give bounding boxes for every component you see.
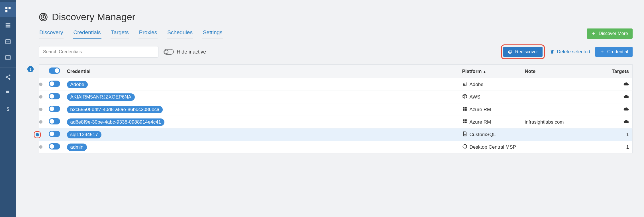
note-cell xyxy=(521,128,607,141)
sidebar-item-table[interactable] xyxy=(0,18,16,33)
tab-proxies[interactable]: Proxies xyxy=(138,28,158,39)
rediscover-button[interactable]: Rediscover xyxy=(503,47,543,57)
cloud-icon xyxy=(623,82,629,87)
row-enable-toggle[interactable] xyxy=(49,131,60,137)
plus-icon xyxy=(600,50,604,54)
svg-point-17 xyxy=(42,16,44,18)
credential-pill[interactable]: b2c5550f-d4f7-40d8-a8ae-86bdc2086bca xyxy=(67,106,163,113)
new-credential-button[interactable]: Credential xyxy=(595,47,633,57)
col-note[interactable]: Note xyxy=(521,65,607,78)
tab-settings[interactable]: Settings xyxy=(202,28,223,39)
targets-cell: 1 xyxy=(607,141,633,153)
note-cell xyxy=(521,78,607,91)
svg-rect-23 xyxy=(463,109,464,111)
flag-icon xyxy=(5,90,11,96)
svg-rect-10 xyxy=(9,56,9,59)
delete-selected-link[interactable]: Delete selected xyxy=(550,49,590,55)
platform-label: Adobe xyxy=(470,82,484,87)
svg-rect-9 xyxy=(8,57,8,59)
targets-cell: 1 xyxy=(607,128,633,141)
rediscover-highlight: Rediscover xyxy=(501,44,545,59)
credential-pill[interactable]: AKIAIRM5ANRJZXOEP6NA xyxy=(67,93,135,101)
svg-rect-1 xyxy=(9,7,11,9)
col-credential[interactable]: Credential xyxy=(64,65,459,78)
svg-rect-22 xyxy=(465,107,466,108)
discover-more-button[interactable]: Discover More xyxy=(587,28,633,39)
windows-icon xyxy=(462,119,467,125)
target-icon xyxy=(39,13,48,22)
sidebar-item-dashboard[interactable] xyxy=(0,2,16,17)
tab-targets[interactable]: Targets xyxy=(111,28,129,39)
table-row[interactable]: b2c5550f-d4f7-40d8-a8ae-86bdc2086bcaAzur… xyxy=(39,103,633,116)
row-enable-toggle[interactable] xyxy=(49,143,60,150)
table-row[interactable]: sql11394517SQLCustomSQL1 xyxy=(39,128,633,141)
status-dot xyxy=(36,133,39,136)
platform-label: CustomSQL xyxy=(470,132,496,138)
dollar-icon: $ xyxy=(5,106,11,112)
selected-count-badge: 1 xyxy=(27,66,34,72)
platform-label: Azure RM xyxy=(470,119,491,125)
svg-text:SQL: SQL xyxy=(464,134,466,136)
target-icon xyxy=(508,50,512,54)
targets-cell xyxy=(607,78,633,91)
table-icon xyxy=(5,22,11,29)
tab-schedules[interactable]: Schedules xyxy=(167,28,193,39)
svg-rect-28 xyxy=(465,122,466,123)
cloud-icon xyxy=(623,94,629,100)
svg-rect-8 xyxy=(7,58,7,59)
row-enable-toggle[interactable] xyxy=(49,118,60,124)
sidebar-item-schedule[interactable] xyxy=(0,34,16,49)
status-dot xyxy=(39,120,42,124)
circle-icon xyxy=(462,144,467,150)
note-cell xyxy=(521,141,607,153)
table-row[interactable]: ad6e8f9e-30be-4abc-9338-0988914e4c41Azur… xyxy=(39,116,633,128)
credentials-table: Credential Platform▲ Note Targets AdobeA… xyxy=(39,64,633,153)
svg-rect-0 xyxy=(5,7,7,9)
trash-icon xyxy=(550,50,555,54)
table-row[interactable]: adminDesktop Central MSP1 xyxy=(39,141,633,153)
targets-cell xyxy=(607,116,633,128)
svg-rect-27 xyxy=(463,122,464,123)
tabs: Discovery Credentials Targets Proxies Sc… xyxy=(39,28,223,39)
status-dot xyxy=(39,95,42,99)
select-all-toggle[interactable] xyxy=(49,67,60,74)
credential-pill[interactable]: sql11394517 xyxy=(67,131,101,138)
row-enable-toggle[interactable] xyxy=(49,81,60,87)
left-sidebar: $ xyxy=(0,0,16,217)
sidebar-item-billing[interactable]: $ xyxy=(0,102,16,116)
status-dot xyxy=(39,145,42,149)
col-targets[interactable]: Targets xyxy=(607,65,633,78)
cube-icon xyxy=(462,94,467,100)
sidebar-item-share[interactable] xyxy=(0,70,16,85)
row-enable-toggle[interactable] xyxy=(49,106,60,112)
tab-credentials[interactable]: Credentials xyxy=(73,28,101,39)
cloud-icon xyxy=(623,119,629,125)
table-row[interactable]: AKIAIRM5ANRJZXOEP6NAAWS xyxy=(39,91,633,103)
credential-pill[interactable]: admin xyxy=(67,144,87,151)
platform-label: Azure RM xyxy=(470,107,491,112)
search-input[interactable] xyxy=(39,46,158,58)
status-dot xyxy=(39,83,42,86)
credential-pill[interactable]: ad6e8f9e-30be-4abc-9338-0988914e4c41 xyxy=(67,118,165,126)
sidebar-item-reports[interactable] xyxy=(0,50,16,65)
svg-text:$: $ xyxy=(7,107,9,112)
hide-inactive-label: Hide inactive xyxy=(177,49,206,55)
sql-icon: SQL xyxy=(462,131,467,138)
ellipsis-box-icon xyxy=(5,38,11,45)
row-enable-toggle[interactable] xyxy=(49,93,60,99)
hide-inactive-toggle[interactable] xyxy=(164,49,174,55)
table-row[interactable]: AdobeAdobe xyxy=(39,78,633,91)
windows-icon xyxy=(462,106,467,113)
credential-pill[interactable]: Adobe xyxy=(67,81,88,88)
col-platform[interactable]: Platform▲ xyxy=(459,65,521,78)
svg-point-11 xyxy=(9,75,11,76)
targets-cell xyxy=(607,91,633,103)
tab-discovery[interactable]: Discovery xyxy=(39,28,64,39)
svg-rect-26 xyxy=(465,119,466,121)
sidebar-item-flag[interactable] xyxy=(0,86,16,101)
note-cell xyxy=(521,103,607,116)
platform-label: Desktop Central MSP xyxy=(470,144,516,150)
svg-rect-25 xyxy=(463,119,464,121)
svg-point-5 xyxy=(8,41,9,42)
chart-icon xyxy=(5,54,11,61)
